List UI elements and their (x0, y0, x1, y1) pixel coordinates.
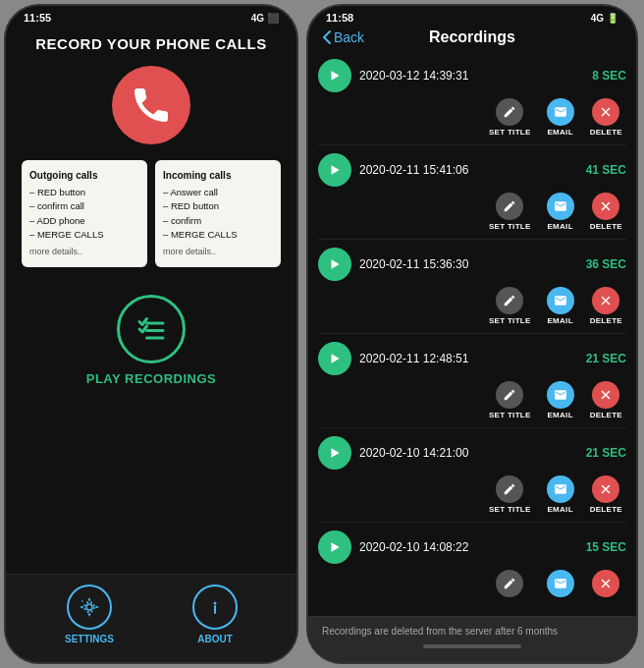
play-recordings-section[interactable]: PLAY RECORDINGS (86, 295, 216, 386)
play-icon (328, 540, 342, 554)
delete-icon-circle (592, 570, 619, 597)
delete-action[interactable]: DELETE (590, 475, 622, 514)
home-indicator (423, 644, 521, 648)
recording-actions: SET TITLE EMAIL DELETE (318, 570, 626, 599)
play-button[interactable] (318, 59, 351, 92)
set-title-action[interactable]: SET TITLE (489, 287, 531, 325)
recording-actions: SET TITLE EMAIL DELETE (318, 287, 626, 325)
edit-icon (503, 482, 516, 496)
outgoing-item-2: – confirm call (29, 199, 139, 213)
delete-action[interactable]: DELETE (590, 193, 622, 231)
delete-label: DELETE (590, 128, 622, 137)
svg-marker-13 (332, 259, 340, 268)
delete-icon-circle (592, 98, 619, 126)
email-action[interactable]: EMAIL (547, 570, 574, 599)
email-action[interactable]: EMAIL (547, 193, 574, 231)
recording-duration: 8 SEC (592, 69, 626, 83)
bottom-notice-text: Recordings are deleted from the server a… (322, 626, 558, 637)
set-title-action[interactable]: SET TITLE (489, 570, 531, 599)
set-title-icon-circle (496, 98, 523, 126)
recording-item: 2020-02-10 14:08:22 15 SEC SET TITLE EMA… (318, 523, 626, 599)
email-action[interactable]: EMAIL (547, 287, 574, 325)
delete-icon (599, 105, 613, 119)
set-title-action[interactable]: SET TITLE (489, 98, 531, 137)
email-label: EMAIL (547, 316, 572, 325)
email-icon-circle (547, 193, 574, 220)
delete-action[interactable]: DELETE (590, 287, 622, 325)
email-action[interactable]: EMAIL (547, 98, 574, 137)
incoming-more[interactable]: more details.. (163, 246, 273, 259)
email-icon (554, 105, 567, 119)
settings-button[interactable]: SETTINGS (65, 584, 114, 644)
recording-actions: SET TITLE EMAIL DELETE (318, 381, 626, 419)
play-button[interactable] (318, 248, 351, 281)
email-icon (554, 482, 567, 496)
email-icon-circle (547, 381, 574, 409)
recording-date: 2020-03-12 14:39:31 (359, 69, 592, 83)
svg-marker-22 (332, 542, 340, 551)
play-button[interactable] (318, 436, 351, 470)
svg-marker-16 (332, 354, 340, 362)
phones-container: 11:55 4G ⬛ RECORD YOUR PHONE CALLS Outgo… (0, 0, 644, 668)
checklist-icon (134, 311, 169, 347)
play-button[interactable] (318, 342, 351, 375)
edit-icon (503, 388, 516, 402)
recording-item: 2020-03-12 14:39:31 8 SEC SET TITLE EMAI… (318, 51, 626, 145)
email-action[interactable]: EMAIL (547, 381, 574, 419)
recording-date: 2020-02-11 15:36:30 (359, 257, 586, 271)
back-label: Back (334, 29, 364, 45)
instructions-row: Outgoing calls – RED button – confirm ca… (22, 160, 281, 267)
bottom-notice: Recordings are deleted from the server a… (308, 616, 636, 662)
recording-item: 2020-02-11 15:36:30 36 SEC SET TITLE EMA… (318, 240, 626, 334)
recordings-list: 2020-03-12 14:39:31 8 SEC SET TITLE EMAI… (308, 51, 636, 599)
bottom-bar-left: SETTINGS ABOUT (6, 574, 296, 662)
status-bar-left: 11:55 4G ⬛ (6, 6, 296, 26)
recording-date: 2020-02-11 15:41:06 (359, 163, 586, 177)
outgoing-more[interactable]: more details.. (29, 246, 139, 259)
email-icon (554, 577, 567, 590)
delete-icon (599, 482, 613, 496)
set-title-action[interactable]: SET TITLE (489, 193, 531, 231)
delete-label: DELETE (590, 505, 622, 514)
set-title-label: SET TITLE (489, 505, 531, 514)
svg-point-3 (86, 604, 92, 610)
recording-duration: 41 SEC (586, 163, 626, 177)
set-title-icon-circle (496, 287, 523, 314)
about-label: ABOUT (197, 634, 233, 644)
incoming-item-2: – RED button (163, 199, 273, 213)
recording-date: 2020-02-11 12:48:51 (359, 352, 586, 365)
outgoing-item-3: – ADD phone (29, 214, 139, 228)
about-button[interactable]: ABOUT (192, 584, 238, 644)
delete-action[interactable]: DELETE (590, 98, 622, 137)
back-button[interactable]: Back (322, 29, 364, 45)
email-icon-circle (547, 475, 574, 503)
settings-label: SETTINGS (65, 634, 114, 644)
recording-item: 2020-02-11 15:41:06 41 SEC SET TITLE EMA… (318, 145, 626, 240)
delete-action[interactable]: DELETE (590, 570, 622, 599)
email-label: EMAIL (547, 505, 572, 514)
delete-icon (599, 577, 613, 590)
delete-action[interactable]: DELETE (590, 381, 622, 419)
play-icon (328, 163, 342, 177)
nav-bar: Back Recordings (308, 26, 636, 51)
set-title-icon-circle (496, 570, 523, 597)
set-title-action[interactable]: SET TITLE (489, 381, 531, 419)
edit-icon (503, 294, 516, 307)
play-icon (328, 69, 342, 83)
play-button[interactable] (318, 530, 351, 564)
set-title-action[interactable]: SET TITLE (489, 475, 531, 514)
status-icons-left: 4G ⬛ (251, 13, 279, 24)
phone-left-content: RECORD YOUR PHONE CALLS Outgoing calls –… (6, 26, 296, 652)
set-title-icon-circle (496, 475, 523, 503)
incoming-item-4: – MERGE CALLS (163, 228, 273, 242)
email-action[interactable]: EMAIL (547, 475, 574, 514)
recording-top-row: 2020-02-11 15:36:30 36 SEC (318, 248, 626, 281)
play-button[interactable] (318, 153, 351, 187)
play-recordings-label: PLAY RECORDINGS (86, 371, 216, 386)
email-label: EMAIL (547, 411, 572, 419)
email-icon (554, 388, 567, 402)
email-icon (554, 294, 567, 307)
signal-left: 4G (251, 13, 264, 24)
recording-item: 2020-02-11 12:48:51 21 SEC SET TITLE EMA… (318, 334, 626, 428)
phone-icon-circle (112, 66, 190, 144)
